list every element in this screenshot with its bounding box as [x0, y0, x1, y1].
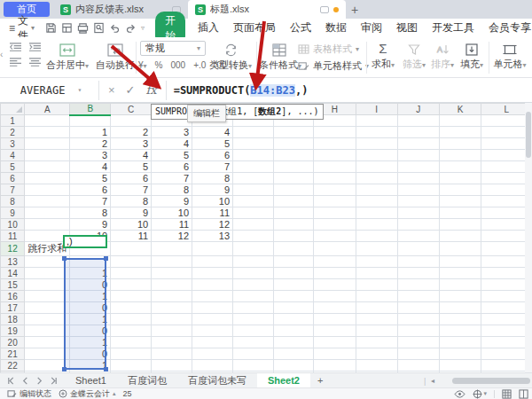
cell-C18[interactable]: [111, 314, 152, 325]
cell-L12[interactable]: [481, 242, 532, 256]
menu-tab[interactable]: 数据: [318, 20, 354, 35]
cell-I3[interactable]: [356, 138, 397, 150]
cell-F10[interactable]: [233, 219, 273, 231]
number-format-select[interactable]: 常规 ▾: [140, 41, 206, 56]
cell-G12[interactable]: [273, 242, 314, 256]
cell-D13[interactable]: [152, 256, 192, 268]
cell-E7[interactable]: 9: [192, 184, 233, 196]
cancel-entry-button[interactable]: ×: [108, 83, 115, 97]
add-sheet-button[interactable]: +: [310, 373, 330, 387]
col-header-J[interactable]: J: [397, 104, 439, 115]
cell-J3[interactable]: [397, 138, 439, 150]
cell-H22[interactable]: [314, 360, 356, 372]
cell-I19[interactable]: [356, 325, 397, 337]
insert-function-button[interactable]: fx: [146, 83, 157, 97]
cell-E20[interactable]: [192, 337, 233, 348]
page-layout-view-icon[interactable]: [519, 389, 528, 399]
cell-J7[interactable]: [397, 184, 439, 196]
cell-C10[interactable]: 10: [111, 219, 152, 231]
cell-G17[interactable]: [273, 302, 314, 314]
cell-D6[interactable]: 7: [152, 173, 192, 184]
cell-K12[interactable]: [439, 242, 481, 256]
cell-H3[interactable]: [314, 138, 356, 150]
cell-H16[interactable]: [314, 291, 356, 302]
cell-E5[interactable]: 7: [192, 161, 233, 173]
formula-input[interactable]: =SUMPRODUCT(B14:B23,): [167, 84, 309, 97]
cell-G18[interactable]: [273, 314, 314, 325]
select-all-corner[interactable]: [1, 104, 25, 115]
sheet-tab-Sheet1[interactable]: Sheet1: [65, 373, 117, 387]
cell-B9[interactable]: 8: [70, 207, 111, 219]
cell-K3[interactable]: [439, 138, 481, 150]
cell-E12[interactable]: [192, 242, 233, 256]
cell-A7[interactable]: [25, 184, 70, 196]
cell-J19[interactable]: [397, 325, 439, 337]
cell-F22[interactable]: [233, 360, 273, 372]
cell-H9[interactable]: [314, 207, 356, 219]
cell-C7[interactable]: 7: [111, 184, 152, 196]
merge-center-button[interactable]: 合并居中▾: [43, 41, 92, 72]
cell-G21[interactable]: [273, 348, 314, 360]
output-icon[interactable]: [61, 22, 73, 34]
cell-H5[interactable]: [314, 161, 356, 173]
cell-E15[interactable]: [192, 279, 233, 291]
row-header-5[interactable]: 5: [1, 161, 25, 173]
cell-D16[interactable]: [152, 291, 192, 302]
cell-H20[interactable]: [314, 337, 356, 348]
cell-I18[interactable]: [356, 314, 397, 325]
row-header-19[interactable]: 19: [1, 325, 25, 337]
cloud-service-button[interactable]: 金蝶云会计 ▴: [59, 388, 116, 399]
cell-I10[interactable]: [356, 219, 397, 231]
cell-A9[interactable]: [25, 207, 70, 219]
cell-G3[interactable]: [273, 138, 314, 150]
row-header-7[interactable]: 7: [1, 184, 25, 196]
cell-E4[interactable]: 6: [192, 150, 233, 161]
cell-K19[interactable]: [439, 325, 481, 337]
cell-L2[interactable]: [481, 127, 532, 138]
thousands-button[interactable]: 000: [170, 60, 185, 70]
cell-L8[interactable]: [481, 196, 532, 207]
cell-K7[interactable]: [439, 184, 481, 196]
sheet-tab-Sheet2[interactable]: Sheet2: [257, 373, 310, 387]
cell-J12[interactable]: [397, 242, 439, 256]
undo-icon[interactable]: [109, 22, 121, 34]
cell-D15[interactable]: [152, 279, 192, 291]
cell-B6[interactable]: 5: [70, 173, 111, 184]
cell-F8[interactable]: [233, 196, 273, 207]
cell-K15[interactable]: [439, 279, 481, 291]
cell-I13[interactable]: [356, 256, 397, 268]
cell-G11[interactable]: [273, 231, 314, 242]
cell-F15[interactable]: [233, 279, 273, 291]
cell-J17[interactable]: [397, 302, 439, 314]
cell-F12[interactable]: [233, 242, 273, 256]
cell-I21[interactable]: [356, 348, 397, 360]
cell-H4[interactable]: [314, 150, 356, 161]
cell-H18[interactable]: [314, 314, 356, 325]
col-header-K[interactable]: K: [439, 104, 481, 115]
cell-D20[interactable]: [152, 337, 192, 348]
sort-button[interactable]: A 排序▾: [429, 40, 456, 71]
cell-H19[interactable]: [314, 325, 356, 337]
row-header-3[interactable]: 3: [1, 138, 25, 150]
cell-F11[interactable]: [233, 231, 273, 242]
cell-C17[interactable]: [111, 302, 152, 314]
col-header-A[interactable]: A: [25, 104, 70, 115]
cell-E22[interactable]: [192, 360, 233, 372]
cell-F7[interactable]: [233, 184, 273, 196]
cell-C22[interactable]: [111, 360, 152, 372]
cell-D11[interactable]: 12: [152, 231, 192, 242]
row-header-9[interactable]: 9: [1, 207, 25, 219]
cell-G8[interactable]: [273, 196, 314, 207]
cell-K17[interactable]: [439, 302, 481, 314]
cell-G2[interactable]: [273, 127, 314, 138]
cell-J1[interactable]: [397, 115, 439, 127]
cell-B7[interactable]: 6: [70, 184, 111, 196]
row-header-6[interactable]: 6: [1, 173, 25, 184]
cell-K14[interactable]: [439, 268, 481, 279]
cell-L17[interactable]: [481, 302, 532, 314]
cell-D7[interactable]: 8: [152, 184, 192, 196]
last-sheet-icon[interactable]: [50, 377, 58, 385]
cell-I5[interactable]: [356, 161, 397, 173]
cell-K6[interactable]: [439, 173, 481, 184]
cell-I20[interactable]: [356, 337, 397, 348]
